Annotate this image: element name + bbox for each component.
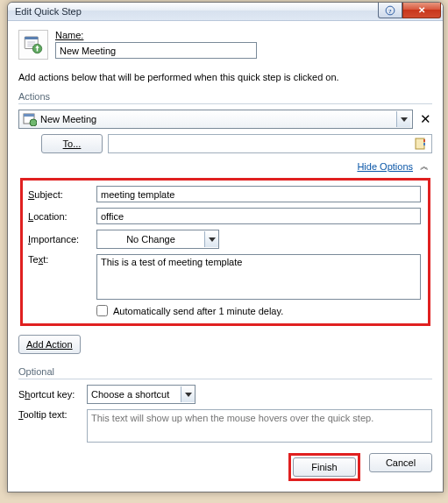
options-highlight-box: Subject: Location: Importance: No Change… (20, 178, 430, 326)
action-type-combo[interactable]: New Meeting (18, 110, 413, 129)
shortcut-label: Shortcut key: (18, 389, 82, 400)
divider (18, 103, 432, 104)
add-action-button[interactable]: Add Action (18, 335, 81, 354)
importance-combo[interactable]: No Change (96, 230, 219, 249)
shortcut-value: Choose a shortcut (88, 389, 181, 400)
subject-label: Subject: (28, 189, 91, 200)
tooltip-input[interactable] (87, 409, 432, 443)
auto-send-label: Automatically send after 1 minute delay. (113, 306, 283, 316)
auto-send-checkbox[interactable] (96, 305, 108, 316)
chevron-down-icon[interactable] (204, 231, 218, 247)
chevron-down-icon[interactable] (181, 386, 195, 402)
actions-section-label: Actions (18, 91, 432, 102)
instruction-text: Add actions below that will be performed… (18, 72, 432, 82)
text-input[interactable] (96, 254, 421, 300)
svg-rect-13 (423, 143, 425, 145)
importance-value: No Change (97, 234, 204, 244)
name-label: Name: (55, 30, 432, 40)
calendar-icon (23, 112, 37, 126)
finish-highlight: Finish (288, 453, 360, 481)
close-icon: ✕ (418, 5, 425, 15)
location-input[interactable] (96, 208, 421, 224)
to-field[interactable] (108, 134, 432, 153)
text-label: Text: (28, 254, 91, 265)
help-button[interactable]: ? (378, 3, 402, 18)
location-label: Location: (28, 211, 91, 222)
svg-text:?: ? (388, 7, 391, 13)
remove-action-button[interactable]: ✕ (418, 111, 432, 127)
finish-button[interactable]: Finish (293, 457, 356, 477)
edit-quick-step-dialog: Edit Quick Step ? ✕ (7, 2, 444, 492)
cancel-button[interactable]: Cancel (369, 453, 432, 472)
titlebar[interactable]: Edit Quick Step ? ✕ (8, 3, 443, 21)
action-type-value: New Meeting (40, 114, 393, 124)
svg-rect-9 (24, 114, 34, 117)
name-input[interactable] (55, 42, 257, 59)
svg-rect-12 (423, 139, 425, 142)
tooltip-label: Tooltip text: (18, 409, 82, 420)
quickstep-icon (18, 30, 48, 60)
chevron-down-icon[interactable] (396, 111, 410, 127)
importance-label: Importance: (28, 234, 91, 244)
subject-input[interactable] (96, 186, 421, 202)
svg-rect-3 (25, 37, 38, 39)
divider (18, 379, 432, 379)
shortcut-combo[interactable]: Choose a shortcut (87, 385, 196, 404)
hide-options-link[interactable]: Hide Options (357, 161, 413, 172)
optional-section-label: Optional (18, 366, 432, 377)
help-icon: ? (385, 5, 395, 16)
address-book-icon[interactable] (414, 137, 428, 151)
chevron-up-icon: ︽ (420, 160, 429, 173)
svg-point-10 (30, 119, 37, 126)
to-button[interactable]: To... (41, 134, 103, 153)
close-button[interactable]: ✕ (402, 3, 441, 18)
svg-rect-11 (416, 138, 424, 149)
window-title: Edit Quick Step (15, 6, 82, 17)
